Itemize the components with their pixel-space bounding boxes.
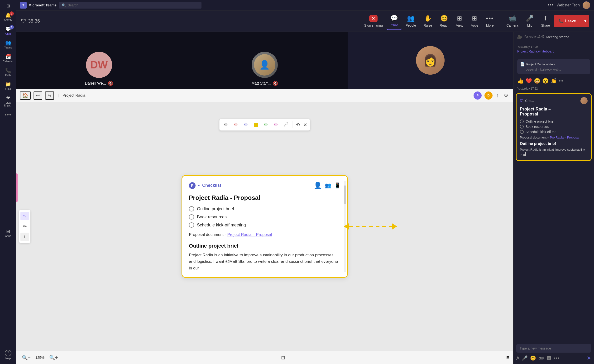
mic-toolbar-button[interactable]: 🎤 Mic [522, 12, 537, 30]
reaction-wow[interactable]: 😮 [542, 78, 549, 84]
org-name: Webster Tech [557, 3, 580, 7]
search-bar[interactable]: 🔍 [59, 2, 202, 8]
share-toolbar-button[interactable]: ⬆ Share [537, 12, 554, 30]
raise-toolbar-button[interactable]: ✋ Raise [420, 12, 436, 30]
audio-message-icon[interactable]: 🎤 [522, 355, 528, 361]
pen-black-tool[interactable]: ✏ [223, 121, 230, 128]
leave-dropdown-button[interactable]: ▾ [581, 15, 589, 27]
card-phone-icon[interactable]: 📱 [334, 182, 340, 189]
react-toolbar-icon: 😊 [440, 15, 448, 22]
sidebar-item-ellipsis[interactable]: ••• [1, 110, 15, 120]
close-drawing-toolbar-icon[interactable]: ✕ [303, 122, 307, 128]
participants-strip: DW Darrell We... 🔇 👤 Matt Staff... � [16, 32, 513, 89]
people-toolbar-button[interactable]: 👥 People [402, 12, 420, 30]
reaction-more-icon[interactable]: ••• [559, 79, 563, 84]
grid-icon[interactable]: ⊞ [6, 2, 11, 9]
apps-toolbar-label: Apps [471, 24, 478, 27]
wb-bottom-right-icon[interactable]: ⊞ [506, 355, 509, 360]
sidebar-item-help[interactable]: ? Help [1, 348, 15, 362]
apps-toolbar-icon: ⊞ [472, 15, 477, 22]
gif-icon[interactable]: GIF [538, 356, 544, 360]
sidebar-item-apps[interactable]: ⊞ Apps [1, 226, 15, 239]
chat-msg-time-2: Yesterday 17:00 [517, 45, 590, 48]
pen-yellow-tool[interactable]: ◼ [252, 121, 260, 128]
whiteboard-left-tools: ↖ ✏ + [19, 210, 30, 243]
reaction-clap[interactable]: 👏 [551, 78, 557, 84]
select-tool-button[interactable]: ↖ [20, 212, 29, 220]
file-name[interactable]: Project Radia.whitebo... [526, 62, 559, 66]
leave-button-main[interactable]: 📞 Leave [554, 19, 581, 23]
reaction-laugh[interactable]: 😄 [534, 78, 540, 84]
reaction-thumbsup[interactable]: 👍 [517, 78, 524, 84]
reaction-heart[interactable]: ❤️ [526, 78, 532, 84]
timer-display: 35:36 [28, 18, 40, 24]
sidebar-item-calls[interactable]: 📞 Calls [1, 66, 15, 78]
pen-red-tool[interactable]: ✏ [232, 121, 240, 128]
chat-input-box[interactable]: Type a new message [516, 344, 591, 353]
sidebar-item-chat[interactable]: 2 💬 Chat [1, 24, 15, 37]
activity-badge: 1 [9, 11, 14, 16]
pen-blue-tool[interactable]: ✏ [242, 121, 250, 128]
hc-item-3-text: Schedule kick-off me [526, 130, 556, 134]
card-logo: P [189, 182, 196, 189]
chat-input-toolbar: A 🎤 😊 GIF 🖼 ••• ➤ [516, 355, 591, 361]
whiteboard-back-button[interactable]: ↩ [34, 91, 42, 100]
hc-title: Project Radia – Proposal [520, 107, 587, 117]
more-options-icon[interactable]: ••• [548, 3, 554, 8]
hc-proposal-link[interactable]: Pro Radia – Proposal [550, 136, 579, 139]
more-toolbar-button[interactable]: ••• More [482, 12, 498, 30]
sticker-icon[interactable]: 🖼 [547, 356, 552, 361]
stop-sharing-button[interactable]: ✕ Stop sharing [360, 13, 387, 30]
user-avatar[interactable] [583, 1, 590, 9]
card-group-icon[interactable]: 👥 [325, 182, 331, 189]
format-icon[interactable]: A [516, 356, 520, 361]
sidebar-item-activity[interactable]: 1 🔔 Activity [1, 10, 15, 23]
whiteboard-forward-button[interactable]: ↪ [45, 91, 54, 100]
chat-msg-text-1: Meeting started [546, 35, 569, 39]
react-toolbar-button[interactable]: 😊 React [436, 12, 452, 30]
wb-settings-icon[interactable]: ⚙ [503, 91, 509, 100]
fit-to-screen-button[interactable]: ⊡ [279, 354, 287, 361]
more-options-chat-icon[interactable]: ••• [554, 356, 560, 361]
check-circle-1[interactable] [189, 206, 194, 211]
hc-circle-2 [520, 125, 524, 128]
emoji-icon[interactable]: 😊 [530, 355, 536, 361]
sidebar-item-viva[interactable]: ❤ Viva Enga... [1, 93, 15, 109]
leave-button[interactable]: 📞 Leave ▾ [554, 15, 589, 27]
sidebar-item-teams[interactable]: 👥 Teams [1, 38, 15, 51]
chat-toolbar-button[interactable]: 💬 Chat [387, 12, 402, 30]
wb-share-icon[interactable]: ↑ [495, 91, 500, 100]
view-toolbar-button[interactable]: ⊞ View [452, 12, 467, 30]
zoom-out-button[interactable]: 🔍− [20, 354, 33, 361]
whiteboard-home-button[interactable]: 🏠 [20, 91, 31, 100]
more-toolbar-label: More [486, 24, 494, 27]
pen-green-tool[interactable]: ✏ [262, 121, 270, 128]
send-button[interactable]: ➤ [587, 355, 591, 361]
check-circle-2[interactable] [189, 214, 194, 220]
chevron-down-icon: ▾ [584, 19, 586, 23]
share-toolbar-icon: ⬆ [543, 15, 548, 22]
add-tool-button[interactable]: + [20, 233, 29, 241]
pen-gray-tool[interactable]: 🖊 [282, 121, 290, 128]
card-scrollbar-thumb [344, 185, 346, 204]
card-user-avatar-icon[interactable]: 👤 [314, 182, 322, 189]
sidebar-item-calendar-label: Calendar [3, 60, 14, 63]
camera-toolbar-icon: 📹 [508, 15, 516, 22]
zoom-in-button[interactable]: 🔍+ [47, 354, 60, 361]
sidebar-item-files[interactable]: 📁 Files [1, 79, 15, 92]
camera-toolbar-button[interactable]: 📹 Camera [503, 12, 522, 30]
card-chevron-icon: ▾ [198, 183, 200, 188]
lasso-icon[interactable]: ⟲ [295, 121, 301, 128]
check-circle-3[interactable] [189, 222, 194, 228]
apps-toolbar-button[interactable]: ⊞ Apps [467, 12, 482, 30]
search-input[interactable] [68, 3, 199, 7]
pen-tool-button[interactable]: ✏ [20, 222, 29, 231]
card-title: Checklist [202, 183, 221, 188]
pen-pink-tool[interactable]: ✏ [272, 121, 280, 128]
hc-item-3: Schedule kick-off me [520, 130, 587, 134]
proposal-link-section: Proposal document - Project Radia – Prop… [189, 232, 340, 237]
participant-3rd: 👩 [348, 32, 513, 89]
camera-toolbar-label: Camera [506, 24, 518, 27]
proposal-link[interactable]: Project Radia – Proposal [227, 232, 272, 237]
sidebar-item-calendar[interactable]: 📅 Calendar [1, 52, 15, 65]
